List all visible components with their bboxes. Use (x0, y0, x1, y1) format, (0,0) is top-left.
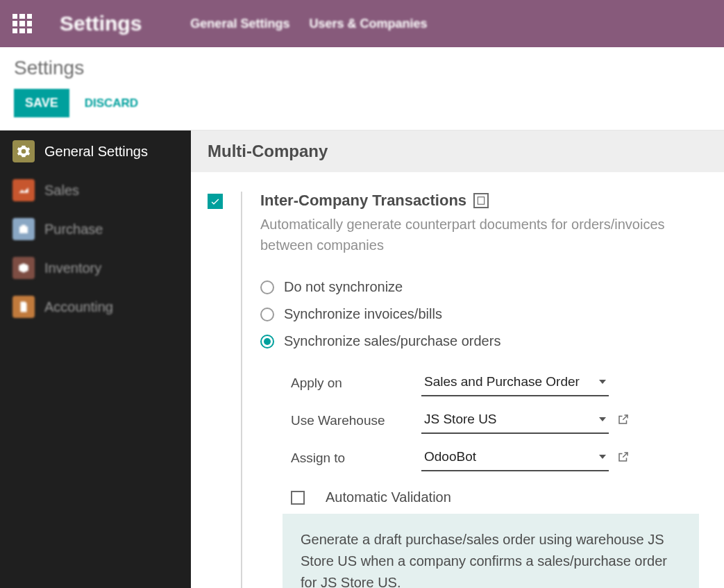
sidebar-item-label: Inventory (44, 260, 101, 276)
radio-icon (260, 335, 274, 348)
sidebar-item-label: Purchase (44, 221, 103, 237)
apply-on-label: Apply on (291, 376, 421, 391)
select-value: JS Store US (424, 412, 497, 427)
radio-label: Synchronize invoices/bills (284, 306, 442, 322)
settings-sidebar: General Settings Sales Purchase Inventor… (0, 131, 191, 588)
svg-rect-0 (478, 197, 484, 205)
topbar-menu: General Settings Users & Companies (190, 17, 427, 31)
document-icon (12, 296, 35, 318)
company-icon (473, 193, 489, 208)
assign-to-select[interactable]: OdooBot (421, 445, 609, 471)
chevron-down-icon (599, 417, 606, 421)
intercompany-checkbox[interactable] (208, 194, 223, 209)
menu-users-companies[interactable]: Users & Companies (309, 17, 427, 31)
divider (241, 192, 242, 588)
box-icon (12, 257, 35, 279)
save-button[interactable]: SAVE (14, 89, 69, 117)
menu-general-settings[interactable]: General Settings (190, 17, 289, 31)
radio-do-not-sync[interactable]: Do not synchronize (260, 274, 707, 301)
warehouse-label: Use Warehouse (291, 413, 421, 428)
automatic-validation-label: Automatic Validation (326, 489, 451, 505)
radio-sync-invoices[interactable]: Synchronize invoices/bills (260, 301, 707, 328)
chevron-down-icon (599, 455, 606, 459)
radio-sync-orders[interactable]: Synchronize sales/purchase orders (260, 328, 707, 355)
discard-button[interactable]: DISCARD (85, 96, 138, 110)
external-link-icon[interactable] (617, 451, 630, 466)
automatic-validation-checkbox[interactable] (291, 491, 305, 505)
sidebar-item-sales[interactable]: Sales (0, 171, 191, 210)
apply-on-select[interactable]: Sales and Purchase Order (421, 370, 609, 396)
settings-content: Multi-Company Inter-Company Transactions… (191, 131, 724, 588)
apps-icon[interactable] (12, 14, 32, 33)
external-link-icon[interactable] (617, 413, 630, 428)
chart-icon (12, 179, 35, 201)
topbar: Settings General Settings Users & Compan… (0, 0, 724, 47)
select-value: Sales and Purchase Order (424, 374, 580, 389)
header-bar: Settings SAVE DISCARD (0, 47, 724, 130)
sidebar-item-label: General Settings (44, 144, 148, 160)
info-box: Generate a draft purchase/sales order us… (283, 514, 699, 588)
section-title: Multi-Company (191, 131, 724, 172)
chevron-down-icon (599, 380, 606, 384)
radio-icon (260, 308, 274, 321)
radio-label: Synchronize sales/purchase orders (284, 333, 500, 349)
select-value: OdooBot (424, 449, 476, 464)
radio-label: Do not synchronize (284, 279, 403, 295)
app-title: Settings (60, 12, 142, 35)
assign-to-label: Assign to (291, 451, 421, 466)
sidebar-item-label: Sales (44, 183, 79, 199)
gear-icon (12, 140, 35, 162)
setting-description: Automatically generate counterpart docum… (260, 214, 691, 255)
breadcrumb: Settings (14, 57, 710, 79)
sidebar-item-inventory[interactable]: Inventory (0, 249, 191, 287)
sidebar-item-purchase[interactable]: Purchase (0, 210, 191, 249)
sidebar-item-general-settings[interactable]: General Settings (0, 132, 191, 171)
setting-title: Inter-Company Transactions (260, 192, 466, 210)
sidebar-item-accounting[interactable]: Accounting (0, 287, 191, 326)
warehouse-select[interactable]: JS Store US (421, 408, 609, 434)
sidebar-item-label: Accounting (44, 299, 113, 315)
radio-icon (260, 280, 274, 294)
bag-icon (12, 218, 35, 240)
